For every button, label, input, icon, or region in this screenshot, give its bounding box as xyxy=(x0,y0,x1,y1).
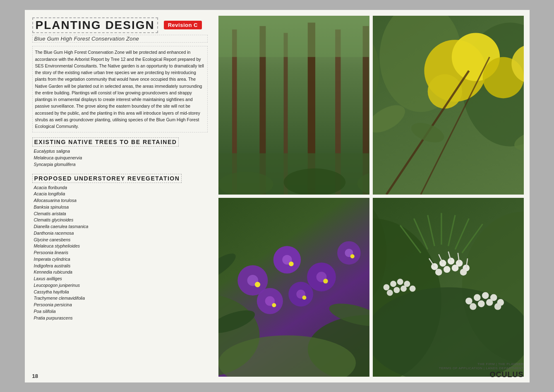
left-column: PLANTING DESIGN Revision C Blue Gum High… xyxy=(25,10,215,382)
list-item: Kennedia rubicunda xyxy=(34,269,208,276)
list-item: Clematis aristata xyxy=(34,211,208,217)
list-item: Persoonia linearis xyxy=(34,250,208,256)
proposed-understorey-heading: PROPOSED UNDERSTOREY REVEGETATION xyxy=(32,174,182,183)
page: PLANTING DESIGN Revision C Blue Gum High… xyxy=(25,10,530,382)
photo-purple-flower xyxy=(218,198,369,377)
svg-point-44 xyxy=(323,279,328,284)
list-item: Melaleuca styphelioides xyxy=(34,243,208,250)
svg-point-68 xyxy=(431,263,438,270)
list-item: Indigofera australis xyxy=(34,263,208,269)
list-item: Banksia spinulosa xyxy=(34,204,208,211)
list-item: Syncarpia glomulifera xyxy=(34,161,208,168)
svg-point-75 xyxy=(451,265,458,272)
photo-wattle xyxy=(373,16,524,195)
svg-point-74 xyxy=(443,266,450,273)
page-footer: 18 THE FIRM | THE PLANNER TERMS OF APPLI… xyxy=(32,362,524,379)
page-title: PLANTING DESIGN xyxy=(32,17,158,34)
header-area: PLANTING DESIGN Revision C Blue Gum High… xyxy=(32,17,208,43)
svg-point-98 xyxy=(401,285,407,291)
right-column xyxy=(215,10,530,382)
oculus-logo: OCULUS xyxy=(490,370,524,379)
svg-point-84 xyxy=(482,292,489,299)
photos-top-row xyxy=(218,16,524,195)
svg-point-73 xyxy=(435,269,442,276)
title-row: PLANTING DESIGN Revision C xyxy=(32,17,208,34)
svg-point-47 xyxy=(272,303,276,307)
list-item: Laxus axilliges xyxy=(34,276,208,282)
svg-point-53 xyxy=(350,254,354,258)
list-item: Persoonia persicina xyxy=(34,302,208,308)
footer-line1: THE FIRM | THE PLANNER xyxy=(477,362,523,366)
list-item: Pratia purpurascens xyxy=(34,315,208,322)
revision-badge: Revision C xyxy=(164,21,202,29)
existing-trees-list: Eucalyptus saligna Melaleuca quinquenerv… xyxy=(34,148,208,168)
footer-line2: TERMS OF APPLICATION | LANDS DEPARTMENT xyxy=(439,366,524,370)
list-item: Cassytha hayifolia xyxy=(34,289,208,296)
svg-point-38 xyxy=(254,281,260,287)
proposed-understorey-list: Acacia floribunda Acacia longifolia Allo… xyxy=(34,185,208,322)
svg-point-41 xyxy=(289,261,294,266)
svg-point-69 xyxy=(439,260,446,267)
list-item: Leucopogon juniperinus xyxy=(34,282,208,289)
svg-rect-12 xyxy=(218,16,369,57)
list-item: Trachymene clemavidifolia xyxy=(34,295,208,302)
svg-point-25 xyxy=(427,74,462,108)
page-number: 18 xyxy=(32,373,38,379)
svg-point-70 xyxy=(447,257,454,265)
existing-trees-heading: EXISTING NATIVE TREES TO BE RETAINED xyxy=(32,137,179,147)
svg-point-50 xyxy=(302,295,306,299)
svg-point-76 xyxy=(460,269,467,276)
photos-bottom-row xyxy=(218,198,524,377)
svg-point-83 xyxy=(473,294,480,301)
photo-forest xyxy=(218,16,369,195)
photo-white-flower xyxy=(373,198,524,377)
existing-trees-section: EXISTING NATIVE TREES TO BE RETAINED Euc… xyxy=(32,137,208,173)
svg-point-88 xyxy=(477,300,484,307)
list-item: Glycine canesbens xyxy=(34,237,208,243)
svg-point-93 xyxy=(397,279,403,285)
svg-point-90 xyxy=(494,303,501,310)
proposed-understorey-section: PROPOSED UNDERSTOREY REVEGETATION Acacia… xyxy=(32,174,208,327)
list-item: Melaleuca quinquenervia xyxy=(34,155,208,161)
svg-point-91 xyxy=(383,284,389,290)
svg-point-89 xyxy=(486,299,493,306)
page-subtitle: Blue Gum High Forest Conservation Zone xyxy=(32,35,208,43)
list-item: Eucalyptus saligna xyxy=(34,148,208,155)
svg-point-97 xyxy=(393,287,400,293)
list-item: Acacia floribunda xyxy=(34,185,208,191)
svg-point-92 xyxy=(390,281,396,287)
body-text: The Blue Gum High Forest Conservation Zo… xyxy=(32,46,208,132)
list-item: Imperata cylindrica xyxy=(34,256,208,263)
svg-point-82 xyxy=(465,297,472,304)
svg-point-87 xyxy=(470,303,477,310)
list-item: Acacia longifolia xyxy=(34,191,208,197)
svg-point-95 xyxy=(409,285,415,291)
footer-right: THE FIRM | THE PLANNER TERMS OF APPLICAT… xyxy=(439,362,524,379)
list-item: Dianella caerulea tasmanica xyxy=(34,224,208,230)
list-item: Allocasuarina torulosa xyxy=(34,197,208,204)
svg-point-96 xyxy=(386,289,393,296)
list-item: Danthonia racemosa xyxy=(34,230,208,237)
list-item: Poa silifolia xyxy=(34,308,208,315)
list-item: Clematis glycinoides xyxy=(34,217,208,224)
